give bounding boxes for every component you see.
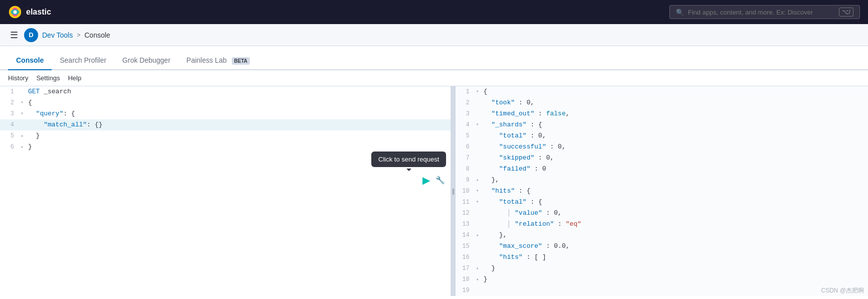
beta-badge: BETA bbox=[232, 57, 250, 65]
resp-num-6: 6 bbox=[456, 141, 474, 153]
global-search-input[interactable] bbox=[688, 9, 835, 16]
code-text-1: GET _search bbox=[26, 86, 71, 97]
resp-fold-4[interactable]: ▾ bbox=[474, 119, 482, 130]
response-panel: 1 ▾ { 2 "took" : 0, 3 "timed_out" : fals… bbox=[456, 86, 868, 296]
resp-fold-14[interactable]: ▴ bbox=[474, 230, 482, 241]
tab-grok-debugger[interactable]: Grok Debugger bbox=[114, 51, 179, 70]
send-request-button[interactable]: ▶ bbox=[420, 174, 432, 186]
resp-fold-9[interactable]: ▴ bbox=[474, 175, 482, 186]
resp-text-2: "took" : 0, bbox=[482, 97, 534, 108]
resp-fold-18[interactable]: ▴ bbox=[474, 274, 482, 285]
resp-num-12: 12 bbox=[456, 208, 474, 219]
resp-num-19: 19 bbox=[456, 285, 474, 296]
resp-line-5: 5 "total" : 0, bbox=[456, 130, 868, 141]
breadcrumb-devtools[interactable]: Dev Tools bbox=[42, 31, 73, 39]
resp-num-16: 16 bbox=[456, 252, 474, 263]
resp-line-7: 7 "skipped" : 0, bbox=[456, 153, 868, 164]
resp-num-11: 11 bbox=[456, 197, 474, 208]
top-bar: elastic 🔍 ⌥/ bbox=[0, 0, 868, 24]
resp-fold-17[interactable]: ▴ bbox=[474, 263, 482, 274]
elastic-logo-icon bbox=[8, 5, 22, 19]
editor-content[interactable]: 1 GET _search 2 ▾ { 3 ▾ "query": { bbox=[0, 86, 451, 296]
breadcrumb-current: Console bbox=[84, 31, 110, 39]
tab-painless-lab[interactable]: Painless Lab BETA bbox=[179, 51, 258, 70]
resp-text-8: "failed" : 0 bbox=[482, 164, 546, 175]
resp-num-14: 14 bbox=[456, 230, 474, 241]
fold-5[interactable]: ▴ bbox=[18, 130, 26, 141]
svg-point-3 bbox=[14, 11, 17, 14]
fold-3[interactable]: ▾ bbox=[18, 108, 26, 119]
editor-panel: 1 GET _search 2 ▾ { 3 ▾ "query": { bbox=[0, 86, 452, 296]
resp-num-8: 8 bbox=[456, 164, 474, 175]
line-num-2: 2 bbox=[0, 97, 18, 108]
help-button[interactable]: Help bbox=[68, 73, 81, 83]
fold-2[interactable]: ▾ bbox=[18, 97, 26, 108]
resp-line-3: 3 "timed_out" : false, bbox=[456, 108, 868, 119]
resp-num-17: 17 bbox=[456, 263, 474, 274]
line-num-1: 1 bbox=[0, 86, 18, 97]
resp-fold-1[interactable]: ▾ bbox=[474, 86, 482, 97]
resp-num-7: 7 bbox=[456, 153, 474, 164]
code-line-1: 1 GET _search bbox=[0, 86, 451, 97]
code-area: 1 GET _search 2 ▾ { 3 ▾ "query": { bbox=[0, 86, 451, 296]
resp-text-1: { bbox=[482, 86, 488, 97]
code-text-6: } bbox=[26, 141, 32, 153]
resp-fold-11[interactable]: ▾ bbox=[474, 197, 482, 208]
resp-text-11: "total" : { bbox=[482, 197, 542, 208]
history-button[interactable]: History bbox=[8, 73, 28, 83]
fold-6[interactable]: ▴ bbox=[18, 141, 26, 153]
code-text-3: "query": { bbox=[26, 108, 75, 119]
main-content: 1 GET _search 2 ▾ { 3 ▾ "query": { bbox=[0, 86, 868, 296]
global-search-bar[interactable]: 🔍 ⌥/ bbox=[669, 5, 860, 19]
resp-num-18: 18 bbox=[456, 274, 474, 285]
action-bar: History Settings Help bbox=[0, 70, 868, 86]
resp-text-18: } bbox=[482, 274, 488, 285]
resp-num-15: 15 bbox=[456, 241, 474, 252]
resp-text-9: }, bbox=[482, 175, 499, 186]
resp-line-19: 19 bbox=[456, 285, 868, 296]
resp-text-3: "timed_out" : false, bbox=[482, 108, 570, 119]
code-text-5: } bbox=[26, 130, 40, 141]
line-num-3: 3 bbox=[0, 108, 18, 119]
tab-console[interactable]: Console bbox=[8, 51, 52, 70]
resp-line-9: 9 ▴ }, bbox=[456, 175, 868, 186]
line-num-5: 5 bbox=[0, 130, 18, 141]
resp-num-4: 4 bbox=[456, 119, 474, 130]
breadcrumb-bar: ☰ D Dev Tools > Console bbox=[0, 24, 868, 46]
code-text-4: "match_all": {} bbox=[26, 119, 102, 130]
code-line-6: 6 ▴ } bbox=[0, 141, 451, 153]
line-num-6: 6 bbox=[0, 141, 18, 153]
resp-text-5: "total" : 0, bbox=[482, 130, 546, 141]
resp-text-15: "max_score" : 0.0, bbox=[482, 241, 570, 252]
resp-text-13: │ "relation" : "eq" bbox=[482, 219, 582, 230]
line-num-4: 4 bbox=[0, 119, 18, 130]
wrench-button[interactable]: 🔧 bbox=[435, 174, 447, 186]
resp-line-10: 10 ▾ "hits" : { bbox=[456, 186, 868, 197]
search-icon: 🔍 bbox=[676, 9, 684, 16]
elastic-logo: elastic bbox=[8, 5, 51, 19]
code-text-2: { bbox=[26, 97, 32, 108]
panel-divider[interactable]: ║ bbox=[452, 86, 456, 296]
resp-text-6: "successful" : 0, bbox=[482, 141, 566, 153]
resp-fold-10[interactable]: ▾ bbox=[474, 186, 482, 197]
code-line-2: 2 ▾ { bbox=[0, 97, 451, 108]
tooltip-box: Click to send request bbox=[371, 152, 446, 167]
resp-num-2: 2 bbox=[456, 97, 474, 108]
resp-num-10: 10 bbox=[456, 186, 474, 197]
breadcrumb-separator: > bbox=[77, 32, 80, 39]
settings-button[interactable]: Settings bbox=[36, 73, 60, 83]
tab-search-profiler[interactable]: Search Profiler bbox=[52, 51, 114, 70]
resp-text-10: "hits" : { bbox=[482, 186, 531, 197]
resp-line-15: 15 "max_score" : 0.0, bbox=[456, 241, 868, 252]
resp-line-13: 13 │ "relation" : "eq" bbox=[456, 219, 868, 230]
resp-line-4: 4 ▾ "_shards" : { bbox=[456, 119, 868, 130]
hamburger-button[interactable]: ☰ bbox=[8, 28, 20, 43]
resp-line-2: 2 "took" : 0, bbox=[456, 97, 868, 108]
resp-line-6: 6 "successful" : 0, bbox=[456, 141, 868, 153]
resp-text-12: │ "value" : 0, bbox=[482, 208, 562, 219]
resp-num-5: 5 bbox=[456, 130, 474, 141]
resp-num-13: 13 bbox=[456, 219, 474, 230]
tooltip-container: Click to send request bbox=[371, 152, 446, 167]
resp-line-1: 1 ▾ { bbox=[456, 86, 868, 97]
elastic-text: elastic bbox=[26, 8, 51, 17]
